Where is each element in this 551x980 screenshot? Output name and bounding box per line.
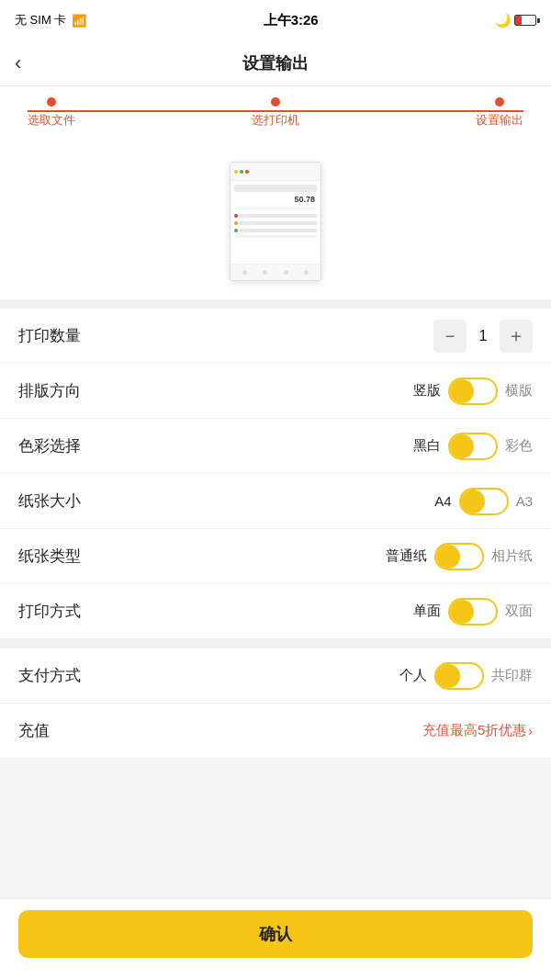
divider-1 bbox=[0, 299, 551, 309]
preview-red-dot bbox=[234, 214, 238, 218]
print-mode-control: 单面 双面 bbox=[413, 598, 533, 625]
recharge-link[interactable]: 充值最高5折优惠 › bbox=[422, 722, 533, 739]
print-mode-toggle-knob bbox=[450, 600, 474, 624]
print-mode-left-option: 单面 bbox=[413, 603, 441, 620]
preview-header bbox=[231, 163, 320, 181]
back-button[interactable]: ‹ bbox=[15, 51, 21, 75]
preview-green-dot bbox=[234, 229, 238, 232]
preview-card: 50.78 bbox=[230, 162, 321, 281]
color-row: 色彩选择 黑白 彩色 bbox=[0, 419, 551, 474]
preview-footer bbox=[231, 264, 320, 280]
payment-right-option: 共印群 bbox=[491, 667, 533, 684]
wifi-icon: 📶 bbox=[72, 14, 86, 28]
paper-size-left-option: A4 bbox=[434, 493, 451, 509]
carrier-text: 无 SIM 卡 bbox=[15, 12, 66, 28]
footer-dot-4 bbox=[304, 270, 309, 275]
color-left-option: 黑白 bbox=[413, 437, 441, 455]
step-3: 设置输出 bbox=[476, 97, 523, 129]
quantity-plus-button[interactable]: ＋ bbox=[500, 320, 533, 353]
step-3-dot bbox=[495, 97, 504, 107]
quantity-label: 打印数量 bbox=[18, 325, 81, 346]
preview-line-2 bbox=[234, 207, 317, 210]
recharge-chevron-icon: › bbox=[528, 724, 533, 738]
nav-bar: ‹ 设置输出 bbox=[0, 40, 551, 86]
footer-dot-3 bbox=[284, 270, 288, 275]
preview-orange-dot bbox=[234, 221, 238, 225]
paper-size-control: A4 A3 bbox=[434, 488, 533, 515]
step-1-label: 选取文件 bbox=[28, 112, 75, 129]
quantity-value: 1 bbox=[467, 327, 500, 345]
paper-type-label: 纸张类型 bbox=[18, 546, 81, 567]
preview-short-1 bbox=[240, 214, 317, 218]
color-right-option: 彩色 bbox=[505, 437, 533, 455]
orientation-control: 竖版 横版 bbox=[413, 377, 533, 405]
color-label: 色彩选择 bbox=[18, 435, 81, 456]
quantity-minus-button[interactable]: － bbox=[433, 320, 467, 353]
settings-list: 打印数量 － 1 ＋ 排版方向 竖版 横版 色彩选择 黑白 彩色 纸张大小 bbox=[0, 309, 551, 639]
color-toggle-knob bbox=[450, 434, 474, 458]
orientation-toggle-knob bbox=[450, 379, 474, 403]
orientation-label: 排版方向 bbox=[18, 380, 81, 401]
payment-toggle-knob bbox=[436, 664, 460, 688]
footer-dot-1 bbox=[242, 270, 247, 275]
color-control: 黑白 彩色 bbox=[413, 433, 533, 460]
payment-toggle[interactable] bbox=[434, 662, 484, 690]
step-2-dot bbox=[271, 97, 280, 107]
orientation-toggle[interactable] bbox=[448, 377, 498, 405]
preview-body: 50.78 bbox=[231, 181, 320, 264]
paper-type-toggle[interactable] bbox=[434, 543, 484, 570]
preview-short-3 bbox=[240, 229, 317, 232]
paper-size-right-option: A3 bbox=[516, 493, 533, 509]
recharge-link-text: 充值最高5折优惠 bbox=[422, 722, 526, 739]
preview-line-1 bbox=[234, 185, 317, 192]
print-mode-right-option: 双面 bbox=[505, 603, 533, 620]
paper-type-toggle-knob bbox=[436, 545, 460, 569]
orientation-left-option: 竖版 bbox=[413, 382, 441, 400]
preview-amount: 50.78 bbox=[234, 195, 317, 204]
orientation-row: 排版方向 竖版 横版 bbox=[0, 364, 551, 419]
step-2-label: 选打印机 bbox=[252, 112, 299, 129]
preview-row-3 bbox=[234, 228, 317, 232]
quantity-control: － 1 ＋ bbox=[433, 320, 533, 353]
preview-short-2 bbox=[240, 221, 317, 225]
battery-icon bbox=[514, 15, 536, 26]
color-toggle[interactable] bbox=[448, 433, 498, 460]
payment-settings-list: 支付方式 个人 共印群 充值 充值最高5折优惠 › bbox=[0, 648, 551, 759]
moon-icon: 🌙 bbox=[495, 13, 511, 28]
paper-size-toggle-knob bbox=[461, 490, 485, 513]
quantity-row: 打印数量 － 1 ＋ bbox=[0, 309, 551, 364]
confirm-area: 确认 bbox=[0, 898, 551, 980]
payment-control: 个人 共印群 bbox=[399, 662, 533, 690]
group-divider bbox=[0, 639, 551, 648]
status-right: 🌙 bbox=[495, 13, 536, 28]
paper-type-left-option: 普通纸 bbox=[386, 547, 427, 565]
step-2: 选打印机 bbox=[252, 97, 299, 129]
preview-row-2 bbox=[234, 220, 317, 225]
recharge-label: 充值 bbox=[18, 720, 50, 741]
footer-dot-2 bbox=[263, 270, 267, 275]
page-title: 设置输出 bbox=[242, 52, 309, 74]
step-1: 选取文件 bbox=[28, 97, 75, 129]
status-time: 上午3:26 bbox=[264, 12, 319, 29]
paper-size-label: 纸张大小 bbox=[18, 490, 81, 512]
paper-size-toggle[interactable] bbox=[459, 488, 509, 515]
payment-left-option: 个人 bbox=[399, 667, 427, 684]
paper-size-row: 纸张大小 A4 A3 bbox=[0, 474, 551, 529]
status-bar: 无 SIM 卡 📶 上午3:26 🌙 bbox=[0, 0, 551, 40]
preview-section: 50.78 bbox=[0, 143, 551, 299]
print-mode-toggle[interactable] bbox=[448, 598, 498, 625]
confirm-button[interactable]: 确认 bbox=[18, 910, 533, 958]
preview-line-3 bbox=[234, 235, 317, 238]
status-carrier: 无 SIM 卡 📶 bbox=[15, 12, 86, 28]
steps-container: 选取文件 选打印机 设置输出 bbox=[28, 97, 523, 129]
print-mode-row: 打印方式 单面 双面 bbox=[0, 584, 551, 639]
bottom-spacer bbox=[0, 759, 551, 850]
orientation-right-option: 横版 bbox=[505, 382, 533, 400]
payment-label: 支付方式 bbox=[18, 665, 81, 686]
paper-type-row: 纸张类型 普通纸 相片纸 bbox=[0, 529, 551, 584]
preview-dot-3 bbox=[245, 170, 249, 174]
paper-type-control: 普通纸 相片纸 bbox=[386, 543, 533, 570]
step-1-dot bbox=[47, 97, 56, 107]
recharge-row[interactable]: 充值 充值最高5折优惠 › bbox=[0, 704, 551, 759]
preview-dot-1 bbox=[234, 170, 238, 174]
